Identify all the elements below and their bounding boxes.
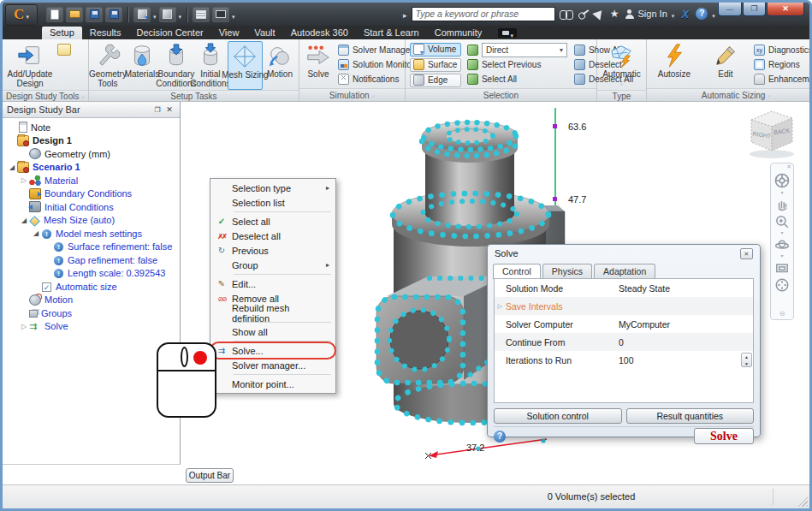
menu-item-rebuild-mesh[interactable]: Rebuild mesh definition (211, 306, 335, 320)
maximize-button[interactable] (743, 3, 766, 16)
float-panel-button[interactable] (151, 104, 163, 116)
chevron-down-icon[interactable] (712, 6, 715, 21)
search-input[interactable] (412, 7, 555, 21)
group-label[interactable]: Automatic Sizing (647, 88, 812, 101)
tree-item-groups[interactable]: Groups (3, 306, 180, 320)
checkbox-checked-icon[interactable] (42, 282, 51, 292)
favorites-star-icon[interactable] (608, 8, 621, 20)
tree-item-boundary-conditions[interactable]: Boundary Conditions (3, 187, 180, 201)
save-all-button[interactable] (105, 7, 122, 22)
add-update-design-button[interactable]: Add/Update Design (4, 41, 56, 90)
surface-filter-button[interactable]: Surface (410, 58, 461, 72)
group-label[interactable]: Design Study Tools (3, 90, 88, 101)
tree-item-note[interactable]: Note (3, 121, 180, 134)
tab-view[interactable]: View (211, 27, 247, 39)
menu-item-select-all[interactable]: Select all (211, 214, 335, 229)
property-row[interactable]: Continue From0 (495, 333, 753, 351)
expander-icon[interactable] (19, 323, 29, 330)
tree-item-mesh-size[interactable]: Mesh Size (auto) (3, 214, 180, 228)
design-review-icon[interactable] (57, 44, 71, 56)
chevron-down-icon[interactable] (780, 191, 783, 195)
solution-monitor-button[interactable]: Solution Monitor (338, 58, 414, 71)
tree-item-surface-refinement[interactable]: Surface refinement: false (3, 241, 180, 254)
volume-filter-button[interactable]: Volume (410, 43, 461, 56)
app-menu-button[interactable]: C (5, 4, 38, 26)
automatic-type-button[interactable]: Automatic (599, 41, 644, 90)
exchange-apps-icon[interactable] (679, 8, 691, 21)
menu-item-edit[interactable]: Edit... (211, 276, 335, 291)
expander-icon[interactable] (19, 176, 29, 184)
chevron-down-icon[interactable] (780, 254, 783, 258)
communication-icon[interactable] (592, 7, 606, 20)
group-label[interactable]: Simulation (299, 88, 405, 101)
close-panel-button[interactable] (163, 104, 175, 116)
tree-item-solve[interactable]: Solve (3, 320, 180, 334)
close-button[interactable] (767, 3, 804, 16)
enhancement-button[interactable]: Enhancement (754, 73, 812, 86)
tree-item-scenario-1[interactable]: Scenario 1 (3, 161, 180, 175)
tree-item-motion[interactable]: Motion (3, 294, 180, 307)
menu-item-solver-manager[interactable]: Solver manager... (211, 358, 335, 372)
close-navbar-icon[interactable] (786, 163, 791, 170)
tree-item-initial-conditions[interactable]: Initial Conditions (3, 200, 180, 214)
look-at-icon[interactable] (774, 260, 790, 276)
menu-item-selection-list[interactable]: Selection list (211, 195, 335, 210)
menu-item-monitor-point[interactable]: Monitor point... (211, 377, 335, 391)
screen-layout-button[interactable] (212, 7, 229, 22)
table-view-button[interactable] (193, 7, 210, 22)
pan-hand-icon[interactable] (774, 197, 790, 212)
menu-item-solve[interactable]: Solve... (211, 343, 335, 358)
expander-icon[interactable] (7, 163, 17, 171)
resize-grip[interactable] (797, 496, 808, 507)
help-icon[interactable] (696, 8, 708, 20)
zoom-icon[interactable] (774, 214, 790, 229)
initial-conditions-button[interactable]: Initial Conditions (193, 41, 228, 90)
selection-mode-dropdown[interactable]: Direct (482, 43, 567, 57)
search-binoculars-icon[interactable] (560, 9, 573, 19)
tab-start-learn[interactable]: Start & Learn (356, 27, 427, 39)
tree-item-design-1[interactable]: Design 1 (3, 134, 180, 148)
property-row[interactable]: Solution ModeSteady State (495, 279, 753, 297)
edit-sizing-button[interactable]: Edit (700, 41, 751, 88)
autosize-button[interactable]: Autosize (649, 41, 700, 88)
tree-item-length-scale[interactable]: Length scale: 0.392543 (3, 267, 180, 281)
expander-icon[interactable] (495, 303, 506, 310)
property-row[interactable]: Iterations to Run100 (495, 351, 753, 369)
steering-wheel-icon[interactable] (773, 172, 791, 189)
menu-item-show-all[interactable]: Show all (211, 324, 335, 339)
notifications-button[interactable]: Notifications (338, 73, 414, 86)
diagnostics-button[interactable]: Diagnostics (754, 44, 812, 56)
visibility-button[interactable] (159, 7, 176, 22)
chevron-down-icon[interactable] (780, 231, 783, 235)
chevron-down-icon[interactable] (672, 6, 675, 21)
menu-item-previous[interactable]: Previous (211, 243, 335, 258)
solution-control-button[interactable]: Solution control (494, 408, 622, 424)
save-button[interactable] (86, 7, 103, 22)
iterations-spinner[interactable] (741, 353, 752, 367)
tab-autodesk-360[interactable]: Autodesk 360 (283, 27, 356, 39)
tab-community[interactable]: Community (427, 27, 490, 39)
solve-run-button[interactable]: Solve (694, 428, 754, 444)
regions-button[interactable]: Regions (754, 58, 812, 71)
result-quantities-button[interactable]: Result quantities (626, 408, 755, 424)
tree-item-automatic-size[interactable]: Automatic size (3, 280, 180, 294)
expander-icon[interactable] (31, 229, 41, 237)
collapse-arrow-icon[interactable] (403, 6, 407, 21)
tree-item-geometry[interactable]: Geometry (mm) (3, 147, 180, 161)
minimize-button[interactable] (718, 3, 742, 16)
tab-decision-center[interactable]: Decision Center (128, 27, 210, 39)
view-cube[interactable]: RIGHT BACK (741, 106, 803, 161)
menu-item-deselect-all[interactable]: Deselect all (211, 229, 335, 243)
dialog-help-icon[interactable] (494, 431, 506, 443)
tab-physics[interactable]: Physics (542, 264, 592, 278)
menu-item-selection-type[interactable]: Selection type (211, 181, 335, 195)
tab-vault[interactable]: Vault (246, 27, 282, 39)
output-bar-button[interactable]: Output Bar (186, 468, 234, 483)
tree-item-gap-refinement[interactable]: Gap refinement: false (3, 253, 180, 267)
tab-adaptation[interactable]: Adaptation (594, 264, 655, 278)
select-tool-button[interactable] (133, 7, 151, 22)
open-button[interactable] (66, 7, 83, 22)
orbit-icon[interactable] (774, 237, 790, 253)
chevron-down-icon[interactable] (179, 7, 182, 22)
tab-results[interactable]: Results (82, 27, 129, 39)
